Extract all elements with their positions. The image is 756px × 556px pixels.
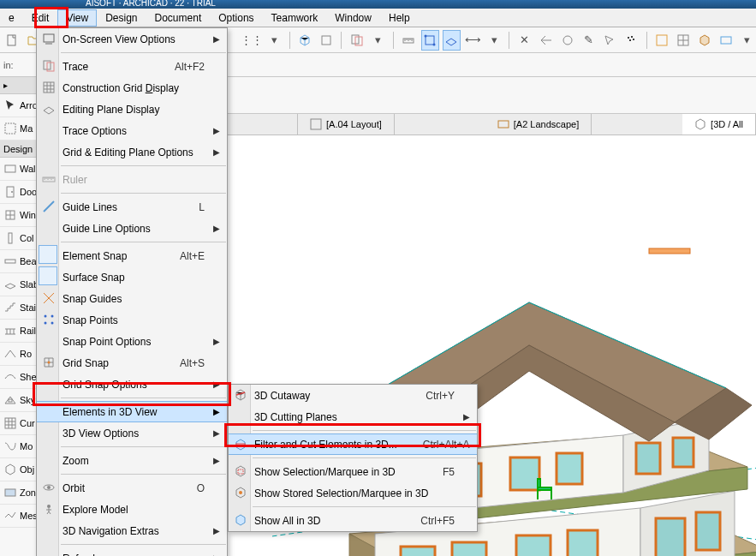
menu-teamwork[interactable]: Teamwork: [263, 9, 327, 27]
view-menu-item-guide-line-options[interactable]: Guide Line Options▶: [37, 218, 227, 239]
dropdown-icon[interactable]: ▾: [369, 30, 387, 51]
view-menu-item-orbit[interactable]: OrbitO: [37, 477, 227, 499]
tool-doo[interactable]: Doo: [0, 181, 40, 204]
view-opt-icon[interactable]: [717, 30, 735, 51]
pointer-tool[interactable]: Arro: [0, 94, 40, 117]
view-menu-item-construction-grid-display[interactable]: Construction Grid Display: [37, 77, 227, 99]
trace-toolbar-icon[interactable]: [348, 30, 366, 51]
view-menu-item-element-snap[interactable]: Element SnapAlt+E: [37, 245, 227, 266]
view-menu-item-grid-snap[interactable]: Grid SnapAlt+S: [37, 352, 227, 374]
menu-e[interactable]: e: [0, 9, 23, 27]
grid-dots-icon[interactable]: ⋮⋮: [241, 30, 262, 51]
tool-cur[interactable]: Cur: [0, 412, 40, 435]
view-menu-item-guide-lines[interactable]: Guide LinesL: [37, 196, 227, 218]
menu-item-label: Element Snap: [63, 250, 127, 262]
snap2-icon[interactable]: [558, 30, 576, 51]
tool-bea[interactable]: Bea: [0, 250, 40, 273]
tool-slab[interactable]: Slab: [0, 273, 40, 296]
tool-rail[interactable]: Rail: [0, 320, 40, 343]
partial-icon[interactable]: [675, 30, 693, 51]
view-menu-item-ruler[interactable]: Ruler: [37, 169, 227, 190]
menu-item-label: Snap Point Options: [63, 336, 151, 348]
toolbar-separator: [341, 32, 342, 49]
tab-landscape[interactable]: [A2 Landscape]: [485, 114, 592, 135]
tool-skyl[interactable]: Skyl: [0, 389, 40, 412]
dropdown-icon[interactable]: ▾: [738, 30, 756, 51]
elements-3d-submenu-item-filter-and-cut-elements-in-3d[interactable]: Filter and Cut Elements in 3D...Ctrl+Alt…: [229, 433, 477, 455]
menu-view[interactable]: View: [57, 9, 97, 27]
view-menu-item-trace[interactable]: TraceAlt+F2: [37, 56, 227, 77]
showsel-icon: [232, 463, 249, 480]
view-menu-item-3d-navigation-extras[interactable]: 3D Navigation Extras▶: [37, 520, 227, 541]
dropdown-icon[interactable]: ▾: [485, 30, 503, 51]
marquee-tool[interactable]: Ma: [0, 117, 40, 140]
spray-icon[interactable]: [622, 30, 640, 51]
surf-snap-toolbar-icon[interactable]: [443, 30, 461, 51]
menu-item-shortcut: Ctrl+Alt+A: [397, 439, 470, 451]
svg-rect-45: [538, 479, 540, 487]
elements-3d-submenu-item-show-stored-selection-marquee-in-3d[interactable]: Show Stored Selection/Marquee in 3D: [229, 482, 477, 504]
view-menu-item-grid-editing-plane-options[interactable]: Grid & Editing Plane Options▶: [37, 141, 227, 163]
showstored-icon: [232, 484, 249, 501]
tool-zon[interactable]: Zon: [0, 481, 40, 505]
tab-3d[interactable]: [3D / All: [682, 114, 756, 135]
toolbox-design-header[interactable]: Design: [0, 140, 40, 158]
view-menu-item-3d-view-options[interactable]: 3D View Options▶: [37, 422, 227, 444]
cutaway-icon: [232, 386, 249, 404]
tool-obj[interactable]: Obj: [0, 458, 40, 481]
model-opt-icon[interactable]: [653, 30, 671, 51]
view-menu-item-grid-snap-options[interactable]: Grid Snap Options▶: [37, 374, 227, 395]
cube-icon[interactable]: [295, 30, 313, 51]
tool-wal[interactable]: Wal: [0, 158, 40, 181]
tool-mesh[interactable]: Mesh: [0, 505, 40, 528]
layers-icon[interactable]: [317, 30, 335, 51]
tool-ro[interactable]: Ro: [0, 343, 40, 366]
menu-help[interactable]: Help: [380, 9, 419, 27]
menu-options[interactable]: Options: [210, 9, 262, 27]
menu-item-shortcut: Ctrl+F5: [395, 515, 455, 527]
dim-icon[interactable]: ⟷: [464, 30, 482, 51]
elements-3d-submenu-item-show-selection-marquee-in-3d[interactable]: Show Selection/Marquee in 3DF5: [229, 461, 477, 482]
view-menu-item-trace-options[interactable]: Trace Options▶: [37, 120, 227, 141]
tool-win[interactable]: Win: [0, 204, 40, 227]
view-menu-item-zoom[interactable]: Zoom▶: [37, 450, 227, 471]
view-menu-item-snap-guides[interactable]: Snap Guides: [37, 288, 227, 309]
svg-rect-36: [656, 518, 685, 556]
tool-mo[interactable]: Mo: [0, 435, 40, 458]
elements-3d-submenu-item-3d-cutaway[interactable]: 3D CutawayCtrl+Y: [229, 385, 477, 406]
new-button[interactable]: [3, 30, 21, 51]
pick-icon[interactable]: [601, 30, 619, 51]
menu-edit[interactable]: Edit: [23, 9, 58, 27]
tool-she[interactable]: She: [0, 366, 40, 389]
elements-3d-submenu-item-show-all-in-3d[interactable]: Show All in 3DCtrl+F5: [229, 510, 477, 531]
snap-toolbar-icon[interactable]: [421, 30, 439, 51]
view-menu-item-surface-snap[interactable]: Surface Snap: [37, 266, 227, 288]
tab-layout[interactable]: [A.04 Layout]: [298, 114, 395, 135]
menu-window[interactable]: Window: [326, 9, 380, 27]
view-menu-item-snap-point-options[interactable]: Snap Point Options▶: [37, 331, 227, 352]
ruler-icon: [40, 170, 57, 188]
view-menu-item-snap-points[interactable]: Snap Points: [37, 309, 227, 331]
menu-design[interactable]: Design: [97, 9, 146, 27]
view-menu-item-explore-model[interactable]: Explore Model: [37, 499, 227, 520]
view-menu-item-on-screen-view-options[interactable]: On-Screen View Options▶: [37, 28, 227, 50]
toolbar-separator: [646, 32, 647, 49]
orbit-icon: [40, 479, 57, 496]
align-icon[interactable]: [537, 30, 555, 51]
dropdown-icon[interactable]: ▾: [265, 30, 283, 51]
menu-document[interactable]: Document: [146, 9, 211, 27]
elements-3d-submenu-item-3d-cutting-planes[interactable]: 3D Cutting Planes▶: [229, 406, 477, 427]
view-menu-item-refresh[interactable]: Refresh▶: [37, 547, 227, 556]
cube2-icon[interactable]: [695, 30, 713, 51]
menu-item-label: Trace Options: [63, 125, 127, 137]
view-menu-item-elements-in-3d-view[interactable]: Elements in 3D View▶: [37, 401, 227, 422]
edit-icon[interactable]: ✎: [580, 30, 598, 51]
menu-item-label: Snap Points: [63, 314, 118, 326]
toolbox-header-arrow[interactable]: ▸: [0, 77, 40, 94]
measure-icon[interactable]: [400, 30, 418, 51]
view-menu-item-editing-plane-display[interactable]: Editing Plane Display: [37, 99, 227, 120]
tool-stai[interactable]: Stai: [0, 296, 40, 320]
tool-col[interactable]: Col: [0, 227, 40, 250]
submenu-arrow-icon: ▶: [213, 147, 220, 157]
suspend-icon[interactable]: ✕: [515, 30, 533, 51]
